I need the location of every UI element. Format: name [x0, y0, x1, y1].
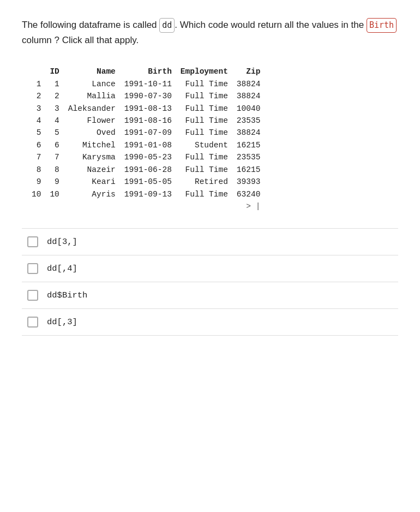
- cell-id: 8: [45, 164, 63, 176]
- row-index: 2: [27, 90, 45, 102]
- cell-name: Lance: [64, 78, 120, 90]
- option-checkbox-3[interactable]: [27, 290, 38, 301]
- cell-birth: 1990-07-30: [120, 90, 176, 102]
- table-row: 22Mallia1990-07-30Full Time38824: [27, 90, 265, 102]
- option-label-1: dd[3,]: [47, 237, 77, 247]
- cell-name: Karysma: [64, 151, 120, 163]
- cell-name: Ayris: [64, 188, 120, 200]
- cell-employment: Full Time: [176, 90, 232, 102]
- cell-zip: 23535: [232, 115, 265, 127]
- cell-id: 1: [45, 78, 63, 90]
- row-index: 7: [27, 151, 45, 163]
- option-label-3: dd$Birth: [47, 290, 87, 300]
- cell-employment: Full Time: [176, 78, 232, 90]
- cell-id: 6: [45, 139, 63, 151]
- cell-zip: 10040: [232, 103, 265, 115]
- options-list: dd[3,]dd[,4]dd$Birthdd[,3]: [22, 228, 398, 336]
- cell-zip: 23535: [232, 151, 265, 163]
- table-row: 33Aleksander1991-08-13Full Time10040: [27, 103, 265, 115]
- cell-zip: 16215: [232, 139, 265, 151]
- col-header-id: ID: [45, 66, 63, 78]
- dataframe-container: ID Name Birth Employment Zip 11Lance1991…: [22, 66, 398, 213]
- cell-zip: 38824: [232, 90, 265, 102]
- question-part2: . Which code would return all the values…: [175, 20, 367, 30]
- question-text: The following dataframe is called dd. Wh…: [22, 17, 398, 48]
- row-index: 4: [27, 115, 45, 127]
- cell-name: Mallia: [64, 90, 120, 102]
- option-item-4[interactable]: dd[,3]: [22, 308, 398, 336]
- table-row: 88Nazeir1991-06-28Full Time16215: [27, 164, 265, 176]
- table-row: 77Karysma1990-05-23Full Time23535: [27, 151, 265, 163]
- table-row: 66Mitchel1991-01-08Student16215: [27, 139, 265, 151]
- table-row: 55Oved1991-07-09Full Time38824: [27, 127, 265, 139]
- cell-birth: 1991-08-16: [120, 115, 176, 127]
- row-index: 9: [27, 176, 45, 188]
- row-index: 5: [27, 127, 45, 139]
- question-part3: column ? Click all that apply.: [22, 35, 139, 45]
- cell-birth: 1991-06-28: [120, 164, 176, 176]
- cell-birth: 1991-07-09: [120, 127, 176, 139]
- table-header-row: ID Name Birth Employment Zip: [27, 66, 265, 78]
- row-index: 3: [27, 103, 45, 115]
- option-item-1[interactable]: dd[3,]: [22, 228, 398, 255]
- cell-birth: 1991-09-13: [120, 188, 176, 200]
- option-item-2[interactable]: dd[,4]: [22, 255, 398, 282]
- cell-zip: 16215: [232, 164, 265, 176]
- col-header-blank: [27, 66, 45, 78]
- cell-zip: 38824: [232, 78, 265, 90]
- cell-employment: Student: [176, 139, 232, 151]
- cell-employment: Full Time: [176, 188, 232, 200]
- cell-zip: 38824: [232, 127, 265, 139]
- cell-name: Oved: [64, 127, 120, 139]
- cell-birth: 1991-01-08: [120, 139, 176, 151]
- birth-badge: Birth: [367, 18, 397, 33]
- row-index: 1: [27, 78, 45, 90]
- cell-id: 7: [45, 151, 63, 163]
- option-label-2: dd[,4]: [47, 264, 77, 273]
- table-row: 99Keari1991-05-05Retired39393: [27, 176, 265, 188]
- cell-id: 5: [45, 127, 63, 139]
- cell-employment: Retired: [176, 176, 232, 188]
- cell-zip: 63240: [232, 188, 265, 200]
- row-index: 10: [27, 188, 45, 200]
- dd-badge: dd: [159, 18, 175, 33]
- cell-id: 4: [45, 115, 63, 127]
- cell-name: Aleksander: [64, 103, 120, 115]
- cell-id: 9: [45, 176, 63, 188]
- cell-birth: 1991-10-11: [120, 78, 176, 90]
- col-header-zip: Zip: [232, 66, 265, 78]
- dataframe-table: ID Name Birth Employment Zip 11Lance1991…: [27, 66, 265, 213]
- cell-birth: 1991-05-05: [120, 176, 176, 188]
- cell-id: 10: [45, 188, 63, 200]
- row-index: 8: [27, 164, 45, 176]
- cell-employment: Full Time: [176, 127, 232, 139]
- cell-employment: Full Time: [176, 151, 232, 163]
- option-checkbox-2[interactable]: [27, 263, 38, 274]
- col-header-name: Name: [64, 66, 120, 78]
- cell-birth: 1990-05-23: [120, 151, 176, 163]
- cell-employment: Full Time: [176, 164, 232, 176]
- option-checkbox-1[interactable]: [27, 236, 38, 247]
- cell-id: 2: [45, 90, 63, 102]
- cursor-row: > |: [27, 200, 265, 212]
- option-item-3[interactable]: dd$Birth: [22, 282, 398, 308]
- cell-zip: 39393: [232, 176, 265, 188]
- option-checkbox-4[interactable]: [27, 317, 38, 328]
- question-part1: The following dataframe is called: [22, 20, 159, 30]
- table-row: 11Lance1991-10-11Full Time38824: [27, 78, 265, 90]
- table-row: 44Flower1991-08-16Full Time23535: [27, 115, 265, 127]
- cell-employment: Full Time: [176, 115, 232, 127]
- row-index: 6: [27, 139, 45, 151]
- cell-id: 3: [45, 103, 63, 115]
- cell-name: Mitchel: [64, 139, 120, 151]
- cell-name: Keari: [64, 176, 120, 188]
- cell-name: Nazeir: [64, 164, 120, 176]
- col-header-employment: Employment: [176, 66, 232, 78]
- cell-employment: Full Time: [176, 103, 232, 115]
- cell-birth: 1991-08-13: [120, 103, 176, 115]
- cell-name: Flower: [64, 115, 120, 127]
- option-label-4: dd[,3]: [47, 317, 77, 327]
- table-row: 1010Ayris1991-09-13Full Time63240: [27, 188, 265, 200]
- col-header-birth: Birth: [120, 66, 176, 78]
